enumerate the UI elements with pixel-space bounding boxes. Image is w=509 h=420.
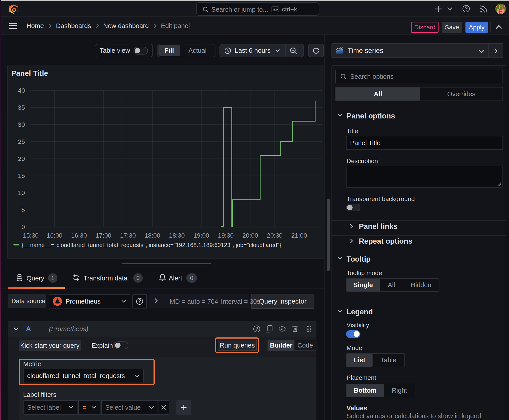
svg-text:15:30: 15:30 [23, 232, 38, 239]
svg-text:16:30: 16:30 [71, 232, 87, 239]
svg-text:35: 35 [18, 104, 25, 111]
svg-text:30: 30 [18, 121, 25, 128]
svg-text:15: 15 [18, 172, 25, 179]
svg-text:19:00: 19:00 [193, 232, 209, 239]
svg-text:40: 40 [18, 87, 25, 94]
svg-text:20:30: 20:30 [267, 232, 282, 239]
svg-text:18:00: 18:00 [144, 232, 160, 239]
svg-text:5: 5 [21, 206, 25, 213]
svg-text:20:00: 20:00 [242, 232, 258, 239]
svg-text:{__name__="cloudflared_tunnel_: {__name__="cloudflared_tunnel_total_requ… [22, 242, 281, 248]
svg-text:0: 0 [21, 224, 25, 230]
svg-text:17:30: 17:30 [120, 232, 136, 239]
svg-text:19:30: 19:30 [218, 232, 234, 239]
svg-text:25: 25 [18, 138, 25, 145]
svg-text:16:00: 16:00 [47, 232, 62, 239]
svg-text:10: 10 [18, 189, 25, 196]
svg-text:21:00: 21:00 [291, 232, 307, 239]
svg-text:18:30: 18:30 [169, 232, 185, 239]
svg-text:17:00: 17:00 [96, 232, 111, 239]
svg-text:20: 20 [18, 155, 25, 162]
